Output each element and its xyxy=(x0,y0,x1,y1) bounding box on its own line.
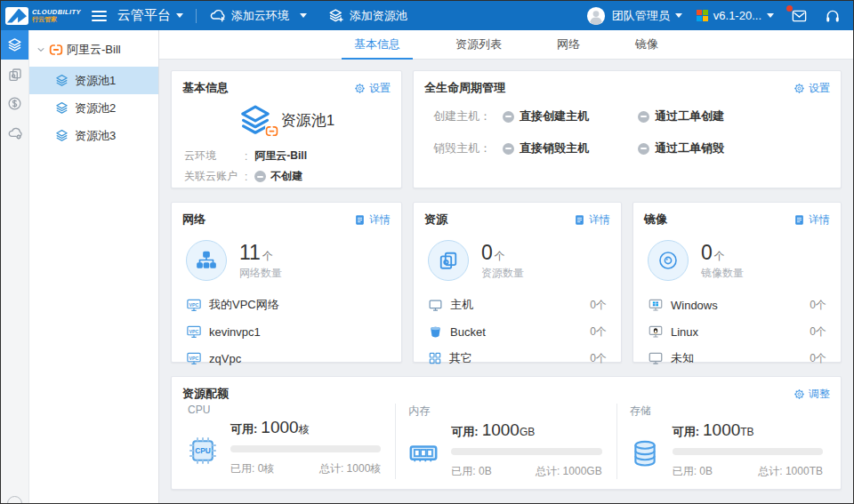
tree-root-aliyun-bill[interactable]: 阿里云-Bill xyxy=(29,30,158,67)
tree-item-label: 资源池3 xyxy=(75,128,116,144)
rail-item-billing[interactable] xyxy=(1,89,28,118)
section-label: 内存 xyxy=(408,404,601,419)
basic-settings-button[interactable]: 设置 xyxy=(354,81,391,96)
hamburger-menu-icon[interactable] xyxy=(92,8,107,24)
network-detail-button[interactable]: 详情 xyxy=(354,212,391,228)
layers-icon xyxy=(55,129,68,142)
minus-circle-icon xyxy=(254,171,266,182)
resource-count-label: 资源数量 xyxy=(481,266,524,281)
linux-icon xyxy=(648,324,664,340)
pool-hero: 资源池1 xyxy=(172,103,401,137)
tab-label: 网络 xyxy=(557,36,580,52)
action-label: 详情 xyxy=(589,212,610,228)
section-label: CPU xyxy=(188,404,381,416)
lifecycle-card: 全生命周期管理 设置 创建主机： 直接创建主机 xyxy=(413,70,842,188)
info-label: 云环境 xyxy=(184,148,245,164)
support-button[interactable] xyxy=(825,8,841,24)
image-count: 0 xyxy=(701,241,713,264)
add-resource-pool-button[interactable]: 添加资源池 xyxy=(328,8,407,24)
alibaba-cloud-icon xyxy=(49,43,63,57)
tree-item-pool2[interactable]: 资源池2 xyxy=(29,94,158,122)
quota-adjust-button[interactable]: 调整 xyxy=(794,387,830,402)
quota-progress-bar xyxy=(230,445,381,452)
resource-detail-button[interactable]: 详情 xyxy=(574,212,610,228)
caret-down-icon xyxy=(675,13,682,18)
info-row-cloud-env: 云环境 : 阿里云-Bill xyxy=(184,146,389,166)
quota-available: 1000 xyxy=(261,418,298,436)
resource-list-item-bucket: Bucket 0个 xyxy=(428,318,607,345)
gear-icon xyxy=(794,83,805,94)
monitor-icon xyxy=(428,298,443,313)
user-menu[interactable]: 团队管理员 xyxy=(606,8,682,24)
mail-icon xyxy=(790,8,809,24)
network-count-label: 网络数量 xyxy=(239,266,282,281)
image-card: 镜像 详情 0个 镜像数量 xyxy=(632,202,842,363)
lifecycle-settings-button[interactable]: 设置 xyxy=(794,81,830,96)
pool-name: 资源池1 xyxy=(281,110,334,131)
network-count-icon xyxy=(186,240,227,281)
layers-icon xyxy=(55,74,68,87)
image-list-item-windows: Windows 0个 xyxy=(648,292,826,318)
gear-icon xyxy=(354,83,366,94)
messages-button[interactable] xyxy=(790,8,809,24)
version-menu[interactable]: v6.1-20... xyxy=(708,9,774,22)
tab-resource-list[interactable]: 资源列表 xyxy=(455,30,502,59)
add-resource-pool-label: 添加资源池 xyxy=(350,8,407,24)
option-ticket-create: 通过工单创建 xyxy=(638,108,773,124)
rail-item-resource-pools[interactable] xyxy=(1,30,28,60)
image-count-label: 镜像数量 xyxy=(701,266,744,281)
image-detail-button[interactable]: 详情 xyxy=(794,212,830,228)
option-direct-create: 直接创建主机 xyxy=(503,108,638,124)
windows-logo-icon xyxy=(697,10,708,21)
grid-icon xyxy=(428,351,442,365)
help-icon[interactable] xyxy=(7,496,22,504)
tree-item-pool3[interactable]: 资源池3 xyxy=(29,122,158,149)
rail-item-cloud-settings[interactable] xyxy=(1,118,28,148)
quota-section-memory: 内存 可用:1000GB 已用: 0B 总计: 1000GB xyxy=(395,404,616,479)
option-direct-destroy: 直接销毁主机 xyxy=(503,140,638,156)
resource-list-item-host: 主机 0个 xyxy=(428,292,607,318)
quota-card: 资源配额 调整 CPU 可用:1 xyxy=(171,376,842,490)
resource-count: 0 xyxy=(481,241,493,264)
copy-icon xyxy=(8,68,22,82)
vpc-list-item: 我的VPC网络 xyxy=(186,292,387,318)
memory-icon xyxy=(407,437,439,469)
brand-subname: 行云管家 xyxy=(32,16,81,23)
info-label: 关联云账户 xyxy=(184,169,245,184)
icon-rail xyxy=(1,30,29,503)
storage-icon xyxy=(630,438,660,468)
tree-item-label: 资源池1 xyxy=(75,73,116,89)
add-cloud-env-button[interactable]: 添加云环境 xyxy=(209,7,307,24)
row-label: 销毁主机： xyxy=(433,140,503,156)
network-card: 网络 详情 11个 网络数量 xyxy=(171,202,402,363)
action-label: 详情 xyxy=(809,212,830,228)
vpc-list-item: kevinvpc1 xyxy=(186,318,387,345)
avatar[interactable] xyxy=(586,6,606,26)
card-title: 镜像 xyxy=(644,212,667,228)
action-label: 调整 xyxy=(809,387,830,402)
quota-used: 已用: 0B xyxy=(673,464,713,479)
tree-item-label: 资源池2 xyxy=(75,100,116,116)
windows-icon xyxy=(648,297,664,313)
basic-info-card: 基本信息 设置 资源池1 xyxy=(171,70,402,188)
lifecycle-row-create: 创建主机： 直接创建主机 通过工单创建 xyxy=(433,108,841,124)
vpc-icon xyxy=(186,297,202,313)
tab-network[interactable]: 网络 xyxy=(557,30,580,59)
option-ticket-destroy: 通过工单销毁 xyxy=(638,140,773,156)
vpc-list-item: zqVpc xyxy=(186,345,387,372)
info-value: 不创建 xyxy=(254,169,302,184)
quota-used: 已用: 0核 xyxy=(230,461,274,476)
product-menu[interactable]: 云管平台 xyxy=(117,7,183,24)
tab-basic-info[interactable]: 基本信息 xyxy=(354,30,400,59)
network-icon xyxy=(196,250,217,271)
rail-item-resources[interactable] xyxy=(1,60,28,89)
quota-available: 1000 xyxy=(482,420,520,439)
tree-item-pool1[interactable]: 资源池1 xyxy=(29,67,158,94)
quota-total: 总计: 1000TB xyxy=(758,464,823,479)
chevron-down-icon xyxy=(36,45,45,54)
brand: CLOUDBILITY 行云管家 xyxy=(32,9,81,23)
vpc-icon xyxy=(186,324,202,340)
image-list-item-linux: Linux 0个 xyxy=(648,318,826,345)
tab-images[interactable]: 镜像 xyxy=(635,30,658,59)
top-navbar: CLOUDBILITY 行云管家 云管平台 添加云环境 添加资源池 团队管理员 … xyxy=(1,1,853,30)
